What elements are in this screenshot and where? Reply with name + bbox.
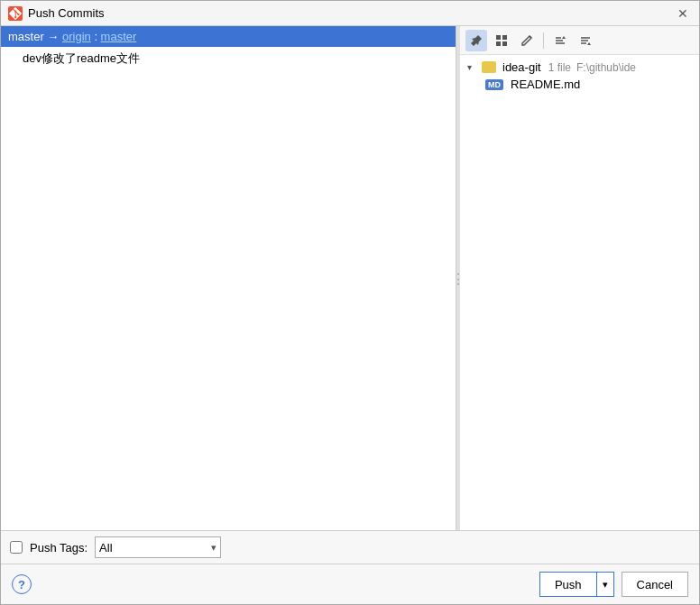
layout-icon xyxy=(495,34,508,47)
arrow-symbol: → xyxy=(44,30,62,43)
repo-chevron-icon: ▾ xyxy=(467,62,478,72)
tags-dropdown-chevron: ▾ xyxy=(211,542,216,554)
bottom-bar: Push Tags: All ▾ xyxy=(1,530,699,564)
button-bar: ? Push ▾ Cancel xyxy=(1,564,699,604)
svg-rect-4 xyxy=(502,41,507,46)
svg-rect-1 xyxy=(496,35,501,40)
repo-name: idea-git xyxy=(502,60,541,74)
sort-asc-icon xyxy=(554,34,566,47)
pin-button[interactable] xyxy=(465,30,487,51)
dialog-title: Push Commits xyxy=(28,6,105,20)
svg-rect-2 xyxy=(502,35,507,40)
svg-rect-3 xyxy=(496,41,501,46)
main-content: master → origin : master dev修改了readme文件 xyxy=(1,26,699,530)
title-bar-left: Push Commits xyxy=(8,6,105,21)
push-commits-dialog: Push Commits ✕ master → origin : master … xyxy=(0,0,700,605)
toolbar-separator xyxy=(543,32,544,49)
cancel-button[interactable]: Cancel xyxy=(622,572,688,597)
pin-icon xyxy=(470,34,483,47)
commit-item[interactable]: dev修改了readme文件 xyxy=(1,47,456,70)
action-buttons: Push ▾ Cancel xyxy=(539,572,688,597)
branch-row[interactable]: master → origin : master xyxy=(1,26,456,47)
source-branch: master xyxy=(8,30,44,43)
target-branch[interactable]: master xyxy=(101,30,137,43)
file-tree-content: ▾ idea-git 1 file F:\github\ide MD READM… xyxy=(460,55,699,530)
right-panel: ▾ idea-git 1 file F:\github\ide MD READM… xyxy=(460,26,699,530)
folder-icon xyxy=(482,61,496,73)
sort-desc-button[interactable] xyxy=(575,30,596,51)
tags-value: All xyxy=(99,541,112,555)
commit-message: dev修改了readme文件 xyxy=(23,51,140,65)
tags-dropdown[interactable]: All ▾ xyxy=(95,536,221,558)
colon: : xyxy=(91,30,101,43)
sort-asc-button[interactable] xyxy=(549,30,571,51)
layout-button[interactable] xyxy=(491,30,512,51)
left-panel: master → origin : master dev修改了readme文件 xyxy=(1,26,456,530)
edit-icon xyxy=(520,34,533,47)
close-button[interactable]: ✕ xyxy=(674,5,692,23)
readme-filename: README.md xyxy=(511,78,580,91)
push-tags-label: Push Tags: xyxy=(30,541,88,555)
push-tags-checkbox[interactable] xyxy=(10,541,23,554)
readme-row[interactable]: MD README.md xyxy=(460,76,699,93)
remote-link[interactable]: origin xyxy=(62,30,91,43)
file-count: 1 file xyxy=(548,61,571,74)
git-icon xyxy=(8,6,23,21)
left-empty-space xyxy=(1,70,456,530)
file-path: F:\github\ide xyxy=(576,61,636,74)
file-type-badge: MD xyxy=(485,79,503,90)
push-dropdown-button[interactable]: ▾ xyxy=(597,572,614,597)
push-button[interactable]: Push xyxy=(539,572,597,597)
edit-button[interactable] xyxy=(516,30,538,51)
right-toolbar xyxy=(460,26,699,55)
help-button[interactable]: ? xyxy=(12,574,32,594)
title-bar: Push Commits ✕ xyxy=(1,1,699,26)
repo-row[interactable]: ▾ idea-git 1 file F:\github\ide xyxy=(460,59,699,76)
panel-divider[interactable] xyxy=(456,26,460,530)
sort-desc-icon xyxy=(579,34,592,47)
